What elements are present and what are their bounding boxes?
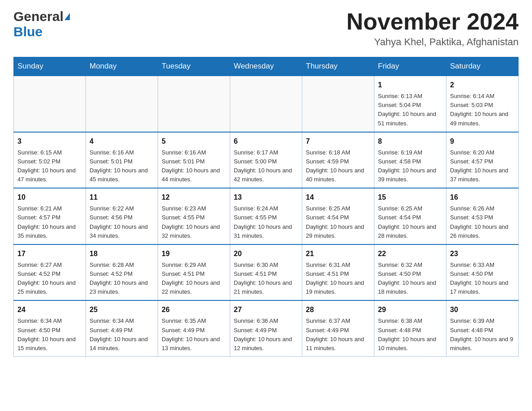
calendar-cell: 4Sunrise: 6:16 AM Sunset: 5:01 PM Daylig… xyxy=(86,132,158,188)
day-number: 16 xyxy=(450,192,515,203)
day-info: Sunrise: 6:33 AM Sunset: 4:50 PM Dayligh… xyxy=(450,261,515,297)
day-number: 7 xyxy=(306,136,370,147)
day-number: 30 xyxy=(450,304,515,315)
calendar-cell: 16Sunrise: 6:26 AM Sunset: 4:53 PM Dayli… xyxy=(446,188,519,244)
day-info: Sunrise: 6:25 AM Sunset: 4:54 PM Dayligh… xyxy=(306,204,370,240)
day-info: Sunrise: 6:27 AM Sunset: 4:52 PM Dayligh… xyxy=(17,261,82,297)
day-info: Sunrise: 6:29 AM Sunset: 4:51 PM Dayligh… xyxy=(162,261,226,297)
weekday-header-tuesday: Tuesday xyxy=(158,57,230,76)
calendar-cell: 29Sunrise: 6:38 AM Sunset: 4:48 PM Dayli… xyxy=(374,300,446,356)
day-number: 11 xyxy=(90,192,154,203)
day-number: 20 xyxy=(234,248,298,259)
calendar-cell xyxy=(230,76,302,132)
calendar-week-row: 3Sunrise: 6:15 AM Sunset: 5:02 PM Daylig… xyxy=(14,132,519,188)
calendar-cell: 21Sunrise: 6:31 AM Sunset: 4:51 PM Dayli… xyxy=(302,244,374,301)
day-info: Sunrise: 6:30 AM Sunset: 4:51 PM Dayligh… xyxy=(234,261,298,297)
day-info: Sunrise: 6:39 AM Sunset: 4:48 PM Dayligh… xyxy=(450,317,515,353)
calendar-cell xyxy=(158,76,230,132)
calendar-cell: 11Sunrise: 6:22 AM Sunset: 4:56 PM Dayli… xyxy=(86,188,158,244)
day-info: Sunrise: 6:34 AM Sunset: 4:50 PM Dayligh… xyxy=(17,317,82,353)
day-number: 8 xyxy=(378,136,442,147)
day-info: Sunrise: 6:21 AM Sunset: 4:57 PM Dayligh… xyxy=(17,204,82,240)
calendar-week-row: 10Sunrise: 6:21 AM Sunset: 4:57 PM Dayli… xyxy=(14,188,519,244)
day-number: 3 xyxy=(17,136,82,147)
day-number: 18 xyxy=(90,248,154,259)
calendar-week-row: 1Sunrise: 6:13 AM Sunset: 5:04 PM Daylig… xyxy=(14,76,519,132)
calendar-cell: 10Sunrise: 6:21 AM Sunset: 4:57 PM Dayli… xyxy=(14,188,86,244)
day-number: 23 xyxy=(450,248,515,259)
weekday-header-row: SundayMondayTuesdayWednesdayThursdayFrid… xyxy=(14,57,519,76)
calendar-cell: 3Sunrise: 6:15 AM Sunset: 5:02 PM Daylig… xyxy=(14,132,86,188)
month-title: November 2024 xyxy=(347,9,519,34)
day-number: 4 xyxy=(90,136,154,147)
calendar-cell: 6Sunrise: 6:17 AM Sunset: 5:00 PM Daylig… xyxy=(230,132,302,188)
day-info: Sunrise: 6:25 AM Sunset: 4:54 PM Dayligh… xyxy=(378,204,442,240)
calendar-cell: 19Sunrise: 6:29 AM Sunset: 4:51 PM Dayli… xyxy=(158,244,230,301)
weekday-header-friday: Friday xyxy=(374,57,446,76)
logo-general-text: General xyxy=(13,9,64,24)
weekday-header-wednesday: Wednesday xyxy=(230,57,302,76)
calendar-cell: 25Sunrise: 6:34 AM Sunset: 4:49 PM Dayli… xyxy=(86,300,158,356)
calendar-cell: 12Sunrise: 6:23 AM Sunset: 4:55 PM Dayli… xyxy=(158,188,230,244)
day-info: Sunrise: 6:35 AM Sunset: 4:49 PM Dayligh… xyxy=(162,317,226,353)
day-number: 13 xyxy=(234,192,298,203)
title-block: November 2024 Yahya Khel, Paktika, Afgha… xyxy=(347,9,519,48)
day-info: Sunrise: 6:26 AM Sunset: 4:53 PM Dayligh… xyxy=(450,204,515,240)
calendar-week-row: 24Sunrise: 6:34 AM Sunset: 4:50 PM Dayli… xyxy=(14,300,519,356)
day-info: Sunrise: 6:37 AM Sunset: 4:49 PM Dayligh… xyxy=(306,317,370,353)
day-number: 12 xyxy=(162,192,226,203)
calendar-cell: 7Sunrise: 6:18 AM Sunset: 4:59 PM Daylig… xyxy=(302,132,374,188)
day-info: Sunrise: 6:23 AM Sunset: 4:55 PM Dayligh… xyxy=(162,204,226,240)
calendar-cell: 14Sunrise: 6:25 AM Sunset: 4:54 PM Dayli… xyxy=(302,188,374,244)
calendar-cell xyxy=(302,76,374,132)
day-number: 25 xyxy=(90,304,154,315)
day-number: 10 xyxy=(17,192,82,203)
day-number: 28 xyxy=(306,304,370,315)
day-info: Sunrise: 6:18 AM Sunset: 4:59 PM Dayligh… xyxy=(306,148,370,184)
day-number: 26 xyxy=(162,304,226,315)
day-number: 1 xyxy=(378,80,442,90)
day-info: Sunrise: 6:15 AM Sunset: 5:02 PM Dayligh… xyxy=(17,148,82,184)
weekday-header-monday: Monday xyxy=(86,57,158,76)
day-number: 5 xyxy=(162,136,226,147)
day-number: 21 xyxy=(306,248,370,259)
day-number: 14 xyxy=(306,192,370,203)
page-header: General Blue November 2024 Yahya Khel, P… xyxy=(13,9,519,48)
calendar-table: SundayMondayTuesdayWednesdayThursdayFrid… xyxy=(13,57,519,357)
day-info: Sunrise: 6:16 AM Sunset: 5:01 PM Dayligh… xyxy=(90,148,154,184)
day-number: 2 xyxy=(450,80,515,90)
day-info: Sunrise: 6:34 AM Sunset: 4:49 PM Dayligh… xyxy=(90,317,154,353)
day-number: 29 xyxy=(378,304,442,315)
weekday-header-sunday: Sunday xyxy=(14,57,86,76)
day-info: Sunrise: 6:32 AM Sunset: 4:50 PM Dayligh… xyxy=(378,261,442,297)
logo-blue-text: Blue xyxy=(13,24,43,39)
calendar-cell: 8Sunrise: 6:19 AM Sunset: 4:58 PM Daylig… xyxy=(374,132,446,188)
calendar-cell: 26Sunrise: 6:35 AM Sunset: 4:49 PM Dayli… xyxy=(158,300,230,356)
day-number: 9 xyxy=(450,136,515,147)
logo-arrow-icon xyxy=(64,13,70,20)
weekday-header-thursday: Thursday xyxy=(302,57,374,76)
day-info: Sunrise: 6:13 AM Sunset: 5:04 PM Dayligh… xyxy=(378,92,442,128)
weekday-header-saturday: Saturday xyxy=(446,57,519,76)
day-info: Sunrise: 6:31 AM Sunset: 4:51 PM Dayligh… xyxy=(306,261,370,297)
logo: General Blue xyxy=(13,9,70,39)
calendar-cell: 18Sunrise: 6:28 AM Sunset: 4:52 PM Dayli… xyxy=(86,244,158,301)
calendar-cell: 17Sunrise: 6:27 AM Sunset: 4:52 PM Dayli… xyxy=(14,244,86,301)
day-number: 17 xyxy=(17,248,82,259)
calendar-cell: 5Sunrise: 6:16 AM Sunset: 5:01 PM Daylig… xyxy=(158,132,230,188)
location-subtitle: Yahya Khel, Paktika, Afghanistan xyxy=(347,36,519,48)
day-info: Sunrise: 6:16 AM Sunset: 5:01 PM Dayligh… xyxy=(162,148,226,184)
calendar-cell: 27Sunrise: 6:36 AM Sunset: 4:49 PM Dayli… xyxy=(230,300,302,356)
day-number: 6 xyxy=(234,136,298,147)
day-info: Sunrise: 6:19 AM Sunset: 4:58 PM Dayligh… xyxy=(378,148,442,184)
day-info: Sunrise: 6:36 AM Sunset: 4:49 PM Dayligh… xyxy=(234,317,298,353)
calendar-cell: 13Sunrise: 6:24 AM Sunset: 4:55 PM Dayli… xyxy=(230,188,302,244)
day-number: 24 xyxy=(17,304,82,315)
calendar-cell: 20Sunrise: 6:30 AM Sunset: 4:51 PM Dayli… xyxy=(230,244,302,301)
day-info: Sunrise: 6:28 AM Sunset: 4:52 PM Dayligh… xyxy=(90,261,154,297)
calendar-cell xyxy=(14,76,86,132)
day-info: Sunrise: 6:14 AM Sunset: 5:03 PM Dayligh… xyxy=(450,92,515,128)
calendar-cell: 28Sunrise: 6:37 AM Sunset: 4:49 PM Dayli… xyxy=(302,300,374,356)
day-number: 22 xyxy=(378,248,442,259)
day-info: Sunrise: 6:24 AM Sunset: 4:55 PM Dayligh… xyxy=(234,204,298,240)
